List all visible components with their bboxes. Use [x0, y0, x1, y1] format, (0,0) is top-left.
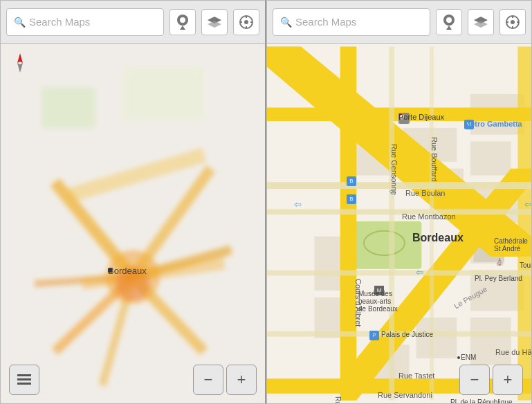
compass: [9, 52, 31, 74]
svg-text:⇦: ⇦: [416, 267, 423, 277]
svg-rect-29: [17, 383, 31, 385]
detail-zoom-in-button[interactable]: +: [493, 365, 523, 395]
svg-marker-26: [17, 63, 23, 73]
svg-rect-13: [122, 67, 204, 121]
church-icon: ⛪: [495, 258, 504, 266]
overview-zoom-out-button[interactable]: −: [193, 365, 223, 395]
overview-layers-button[interactable]: [201, 9, 228, 35]
overview-location-button[interactable]: [233, 9, 259, 35]
app-container: 🔍 Search Maps: [0, 0, 532, 404]
detail-location-button[interactable]: [499, 9, 526, 35]
svg-point-6: [244, 20, 248, 24]
search-icon: 🔍: [14, 17, 25, 28]
detail-bottom-right: − +: [459, 365, 523, 395]
svg-rect-27: [17, 374, 31, 376]
svg-rect-69: [430, 46, 434, 400]
overview-zoom-in-button[interactable]: +: [226, 365, 257, 395]
detail-map-bg: ← ← ← ⇦ ⇦ ⇦ ⇦ ⇦ 🏠 Porte Dijeaux: [267, 44, 531, 403]
overview-panel: 🔍 Search Maps: [0, 0, 266, 404]
list-icon: [17, 374, 31, 386]
svg-rect-68: [389, 46, 394, 400]
overview-map[interactable]: Bordeaux − +: [1, 44, 265, 403]
detail-search-box[interactable]: 🔍 Search Maps: [273, 8, 430, 36]
svg-marker-32: [446, 26, 452, 30]
detail-search-text: Search Maps: [295, 16, 356, 28]
detail-pin-icon: [442, 13, 456, 31]
svg-point-36: [511, 20, 515, 24]
detail-search-icon: 🔍: [280, 17, 291, 28]
overview-toolbar: 🔍 Search Maps: [1, 1, 265, 44]
detail-location-icon: [505, 15, 520, 30]
svg-rect-28: [17, 378, 31, 380]
svg-point-1: [180, 17, 185, 23]
svg-rect-45: [470, 141, 511, 175]
overview-pin-button[interactable]: [169, 9, 196, 35]
overview-bottom-left: [9, 365, 39, 395]
svg-rect-52: [315, 237, 342, 291]
svg-marker-25: [17, 53, 23, 63]
svg-text:⇦: ⇦: [294, 199, 302, 210]
overview-list-button[interactable]: [9, 365, 39, 395]
pin-icon: [176, 13, 190, 31]
enm-dot: [457, 356, 460, 359]
svg-marker-34: [474, 21, 488, 28]
detail-layers-button[interactable]: [468, 9, 494, 35]
svg-marker-4: [208, 21, 221, 28]
detail-streets-svg: ← ← ← ⇦ ⇦ ⇦ ⇦ ⇦: [267, 44, 531, 403]
overview-bottom-right: − +: [193, 365, 257, 395]
location-icon: [239, 15, 254, 30]
overview-roads-svg: [1, 44, 265, 403]
detail-layers-icon: [473, 15, 489, 29]
svg-rect-63: [517, 46, 531, 400]
detail-panel: 🔍 Search Maps: [266, 0, 532, 404]
svg-rect-65: [267, 209, 531, 214]
poi-palais-icon: P: [369, 331, 379, 340]
svg-marker-2: [180, 26, 185, 30]
city-name-label: Bordeaux: [108, 266, 147, 276]
svg-rect-64: [267, 182, 531, 189]
overview-map-bg: Bordeaux: [1, 44, 265, 403]
detail-map[interactable]: ← ← ← ⇦ ⇦ ⇦ ⇦ ⇦ 🏠 Porte Dijeaux: [267, 44, 531, 403]
svg-rect-42: [347, 221, 422, 269]
poi-bus-2: B: [347, 194, 356, 204]
detail-zoom-out-button[interactable]: −: [459, 365, 490, 395]
overview-search-text: Search Maps: [29, 16, 90, 28]
layers-icon: [206, 15, 223, 29]
detail-toolbar: 🔍 Search Maps: [267, 1, 531, 44]
svg-point-31: [446, 17, 452, 23]
svg-rect-49: [470, 318, 511, 365]
poi-bus-1: B: [347, 176, 356, 186]
detail-pin-button[interactable]: [436, 9, 462, 35]
overview-search-box[interactable]: 🔍 Search Maps: [6, 8, 164, 36]
svg-rect-12: [42, 87, 95, 128]
svg-text:⇦: ⇦: [524, 199, 531, 210]
city-marker: Bordeaux: [108, 268, 112, 273]
